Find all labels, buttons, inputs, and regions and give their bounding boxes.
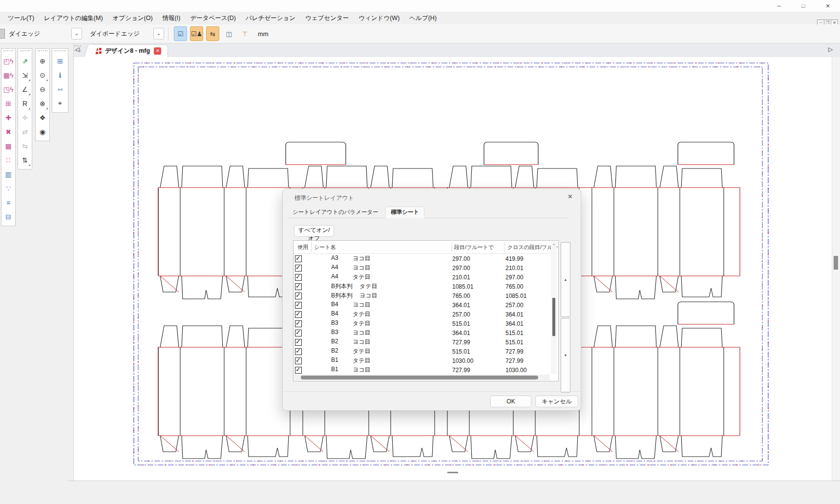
tab-scroll-right-icon[interactable]: ▷ — [828, 46, 833, 53]
ok-button[interactable]: OK — [490, 396, 531, 407]
canvas-vertical-scrollbar[interactable] — [832, 57, 840, 481]
station-grid-icon[interactable]: ▦ — [2, 139, 14, 152]
zoom-in-icon[interactable]: ⊕ — [37, 54, 48, 67]
grain-along-value: 765.00 — [452, 293, 505, 299]
cancel-button[interactable]: キャンセル — [535, 396, 578, 407]
row-checkbox[interactable]: ✓ — [295, 348, 302, 355]
row-checkbox[interactable]: ✓ — [295, 367, 302, 374]
die-shape-lightning-icon[interactable]: ◰ϟ — [2, 54, 14, 67]
move-icon[interactable]: ✛ — [19, 111, 31, 124]
tab-sheet-layout-parameters[interactable]: シートレイアウトのパラメーター — [288, 207, 383, 218]
preview-eye-icon[interactable]: ◉ — [37, 125, 48, 138]
row-checkbox[interactable]: ✓ — [295, 302, 302, 309]
pan-hand-icon[interactable]: ❖ — [37, 111, 48, 124]
direction-swap-icon[interactable]: ⇆ — [206, 26, 219, 41]
blank-width-icon[interactable]: ⇿ — [54, 83, 66, 96]
menu-item-6[interactable]: パレチゼーション — [241, 14, 300, 22]
zoom-out-icon[interactable]: ⊖ — [37, 83, 48, 96]
dieboard-edge-combo-value[interactable]: ダイボードエッジ — [90, 30, 140, 38]
menu-item-4[interactable]: 情報(I) — [158, 14, 186, 22]
row-checkbox[interactable]: ✓ — [295, 283, 302, 290]
table-row[interactable]: ✓A3ヨコ目297.00419.99 — [294, 254, 558, 263]
menu-item-7[interactable]: ウェブセンター — [300, 14, 354, 22]
station-holes-icon[interactable]: ∷ — [2, 153, 14, 167]
table-row[interactable]: ✓B3ヨコ目364.01515.01 — [294, 328, 558, 337]
window-maximize-button[interactable]: □ — [795, 1, 812, 10]
row-checkbox[interactable]: ✓ — [295, 357, 302, 364]
document-tab-close-button[interactable]: ✕ — [154, 47, 161, 55]
row-checkbox[interactable]: ✓ — [295, 255, 302, 262]
die-holes-lightning-icon[interactable]: ▦ϟ — [2, 68, 14, 82]
table-vscroll-thumb[interactable] — [552, 298, 555, 336]
table-row[interactable]: ✓B4ヨコ目364.01257.00 — [294, 300, 558, 310]
dialog-close-icon[interactable]: ✕ — [567, 193, 573, 200]
menu-item-5[interactable]: データベース(D) — [185, 14, 241, 22]
bridge-holes-icon[interactable]: ∵ — [2, 182, 14, 195]
row-checkbox[interactable]: ✓ — [295, 265, 302, 272]
position-target-icon[interactable]: ⌖ — [54, 97, 66, 110]
window-minimize-button[interactable]: ─ — [771, 1, 787, 10]
table-row[interactable]: ✓A4タテ目210.01297.00 — [294, 273, 558, 282]
bridge-tool-icon[interactable]: ◫ — [222, 26, 235, 41]
move-lightning-icon[interactable]: ⇅ — [19, 153, 31, 167]
copy-to-layout-icon[interactable]: ⊞ — [54, 54, 66, 67]
row-checkbox[interactable]: ✓ — [295, 339, 302, 346]
toggle-all-button[interactable]: すべてオン/オフ — [294, 225, 334, 237]
table-row[interactable]: ✓B列本判タテ目1085.01765.00 — [294, 282, 558, 291]
document-tab-label: デザイン8 - mfg — [105, 47, 150, 55]
table-row[interactable]: ✓A4ヨコ目297.00210.01 — [294, 263, 558, 273]
menu-item-1[interactable]: ツール(T) — [3, 14, 39, 22]
table-row[interactable]: ✓B3タテ目515.01364.01 — [294, 319, 558, 328]
measure-radius-icon[interactable]: R — [19, 97, 31, 110]
dialog-title: 標準シートレイアウト — [294, 194, 354, 202]
scroll-down-button[interactable]: ▼ — [561, 318, 570, 393]
table-vertical-scrollbar[interactable]: ▴ — [551, 241, 557, 374]
table-hscroll-thumb[interactable] — [301, 376, 538, 379]
table-horizontal-scrollbar[interactable] — [294, 375, 550, 380]
bridge-film-icon[interactable]: ▥ — [2, 168, 14, 181]
row-checkbox[interactable]: ✓ — [295, 274, 302, 281]
menu-item-3[interactable]: オプション(O) — [108, 14, 158, 22]
strike-lines-icon[interactable]: ≡ — [2, 196, 14, 209]
measure-distance-icon[interactable]: ⇲ — [19, 68, 31, 82]
measure-angle-icon[interactable]: ∠ — [19, 83, 31, 96]
canvas-scrollbar-thumb[interactable] — [834, 256, 838, 270]
move-copy-icon[interactable]: ⇄ — [19, 125, 31, 138]
user-checklist-icon[interactable]: ☑♟ — [190, 26, 203, 41]
die-edge-combo-arrow[interactable]: ⌄ — [71, 28, 82, 40]
add-station-icon[interactable]: ✚ — [2, 111, 14, 124]
document-tab[interactable]: デザイン8 - mfg ✕ — [90, 44, 168, 57]
tab-scroll-left-icon[interactable]: ◁ — [75, 46, 80, 53]
table-row[interactable]: ✓B1タテ目1030.00727.99 — [294, 356, 558, 365]
row-checkbox[interactable]: ✓ — [295, 311, 302, 318]
table-row[interactable]: ✓B4タテ目257.00364.01 — [294, 310, 558, 319]
grain-cross-value: 210.01 — [505, 265, 554, 272]
row-checkbox[interactable]: ✓ — [295, 330, 302, 336]
dieboard-edge-combo-arrow[interactable]: ⌄ — [153, 28, 164, 40]
zoom-center-icon[interactable]: ⊙ — [37, 68, 48, 82]
menu-item-9[interactable]: ヘルプ(H) — [404, 14, 441, 22]
table-row[interactable]: ✓B2ヨコ目727.99515.01 — [294, 337, 558, 347]
row-checkbox[interactable]: ✓ — [295, 320, 302, 327]
flat-panel-icon[interactable]: ⊟ — [2, 210, 14, 223]
menu-item-2[interactable]: レイアウトの編集(M) — [39, 14, 108, 22]
menu-item-8[interactable]: ウィンドウ(W) — [354, 14, 404, 22]
zoom-scale-icon[interactable]: ⊗ — [37, 97, 48, 110]
table-row[interactable]: ✓B列本判ヨコ目765.001085.01 — [294, 291, 558, 300]
die-edge-lightning-icon[interactable]: ◳ϟ — [2, 83, 14, 96]
move-mirror-icon[interactable]: ⇆ — [19, 139, 31, 152]
window-close-button[interactable]: ✕ — [819, 1, 836, 10]
row-checkbox[interactable]: ✓ — [295, 293, 302, 299]
remove-station-icon[interactable]: ✖ — [2, 125, 14, 138]
pin-tool-icon[interactable]: ⊤ — [238, 26, 252, 41]
scroll-up-button[interactable]: ▲ — [561, 242, 570, 317]
sheet-checklist-icon[interactable]: ☑ — [174, 26, 187, 41]
measure-time-icon[interactable]: ⇗ — [19, 54, 31, 67]
canvas-drag-handle[interactable] — [447, 472, 458, 473]
table-row[interactable]: ✓B1ヨコ目727.991030.00 — [294, 365, 558, 375]
blank-info-icon[interactable]: ℹ — [54, 68, 66, 82]
table-row[interactable]: ✓B2タテ目515.01727.99 — [294, 347, 558, 356]
tab-standard-sheets[interactable]: 標準シート — [385, 207, 424, 218]
add-station-dashed-icon[interactable]: ⊞ — [2, 97, 14, 110]
die-edge-combo-value[interactable]: ダイエッジ — [9, 30, 40, 38]
